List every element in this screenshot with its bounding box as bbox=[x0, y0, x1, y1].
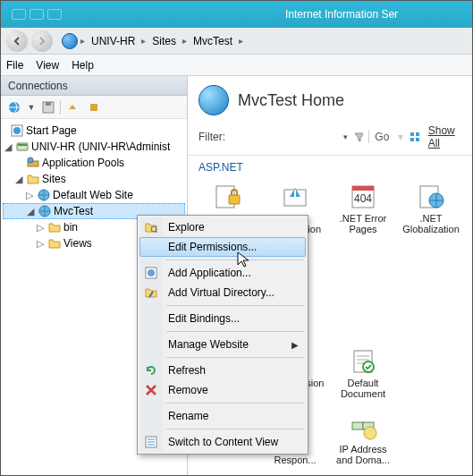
feature-net-error-pages[interactable]: 404 .NET Error Pages bbox=[331, 179, 395, 238]
refresh-icon bbox=[144, 363, 158, 378]
tree-label: Sites bbox=[42, 173, 66, 185]
tree-default-web-site[interactable]: ▷ Default Web Site bbox=[3, 187, 185, 203]
expand-icon[interactable]: ▷ bbox=[35, 222, 46, 234]
ctx-explore[interactable]: Explore bbox=[139, 217, 306, 237]
ctx-label: Manage Website bbox=[168, 338, 249, 351]
separator bbox=[166, 305, 304, 306]
ctx-edit-permissions[interactable]: Edit Permissions... bbox=[139, 237, 306, 257]
section-aspnet: ASP.NET bbox=[188, 156, 472, 175]
tree-label: Default Web Site bbox=[53, 189, 133, 201]
svg-point-39 bbox=[148, 269, 155, 276]
ctx-remove[interactable]: Remove bbox=[139, 380, 306, 400]
feature-label: Default Document bbox=[331, 378, 395, 399]
chevron-right-icon[interactable]: ▸ bbox=[239, 36, 243, 46]
menu-file[interactable]: File bbox=[6, 59, 23, 72]
page-title-area: MvcTest Home bbox=[188, 76, 472, 121]
tree-app-pools[interactable]: Application Pools bbox=[3, 155, 185, 171]
filter-input[interactable] bbox=[231, 129, 338, 145]
svg-text:404: 404 bbox=[354, 192, 372, 205]
breadcrumb-root-icon[interactable] bbox=[62, 33, 78, 49]
tree-start-page[interactable]: Start Page bbox=[3, 123, 185, 139]
filter-bar: Filter: ▾ Go ▾ Show All bbox=[188, 121, 472, 156]
ctx-label: Refresh bbox=[168, 364, 206, 377]
expand-icon[interactable]: ▷ bbox=[35, 238, 46, 250]
svg-rect-13 bbox=[416, 132, 418, 136]
feature-ip-address[interactable]: IP Address and Doma... bbox=[331, 410, 395, 469]
system-icons bbox=[12, 9, 62, 20]
ctx-label: Explore bbox=[168, 221, 205, 234]
feature-label: .NET Error Pages bbox=[331, 213, 395, 234]
collapse-icon[interactable]: ◢ bbox=[25, 206, 36, 217]
ctx-edit-bindings[interactable]: Edit Bindings... bbox=[139, 309, 306, 328]
ctx-label: Edit Permissions... bbox=[168, 241, 257, 253]
sys-icon bbox=[30, 9, 44, 20]
ctx-add-application[interactable]: Add Application... bbox=[139, 263, 306, 283]
separator bbox=[166, 357, 304, 358]
submenu-arrow-icon: ▶ bbox=[291, 340, 299, 350]
nav-back-button[interactable] bbox=[6, 30, 28, 52]
ctx-switch-content-view[interactable]: Switch to Content View bbox=[139, 432, 306, 452]
collapse-icon[interactable]: ◢ bbox=[13, 174, 24, 185]
nav-forward-button[interactable] bbox=[31, 30, 53, 52]
ctx-rename[interactable]: Rename bbox=[139, 406, 306, 426]
connect-dropdown[interactable]: ▼ bbox=[26, 98, 37, 116]
connect-button[interactable] bbox=[4, 98, 24, 116]
up-button[interactable] bbox=[63, 98, 82, 116]
separator bbox=[166, 259, 304, 260]
tree-server[interactable]: ◢ UNIV-HR (UNIV-HR\Administ bbox=[3, 139, 185, 155]
breadcrumb-mvctest[interactable]: MvcTest bbox=[190, 33, 236, 49]
chevron-right-icon[interactable]: ▸ bbox=[182, 36, 187, 46]
menu-help[interactable]: Help bbox=[72, 59, 94, 72]
stop-button[interactable] bbox=[84, 98, 104, 116]
tree-label: MvcTest bbox=[54, 205, 93, 217]
tree-label: bin bbox=[63, 221, 78, 234]
ctx-refresh[interactable]: Refresh bbox=[139, 361, 306, 380]
go-button[interactable]: Go bbox=[368, 131, 389, 143]
svg-rect-34 bbox=[352, 422, 363, 429]
svg-rect-2 bbox=[46, 102, 51, 106]
folder-icon bbox=[47, 236, 62, 251]
chevron-right-icon[interactable]: ▸ bbox=[80, 36, 85, 46]
chevron-right-icon[interactable]: ▸ bbox=[141, 36, 146, 46]
app-pools-icon bbox=[26, 156, 40, 170]
remove-icon bbox=[144, 383, 158, 397]
ctx-add-virtual-directory[interactable]: Add Virtual Directory... bbox=[139, 283, 306, 302]
feature-default-document[interactable]: Default Document bbox=[331, 344, 395, 403]
separator bbox=[166, 331, 304, 332]
connections-toolbar: ▼ bbox=[1, 96, 187, 119]
window-title: Internet Information Ser bbox=[285, 8, 398, 21]
tree-label: Start Page bbox=[26, 124, 77, 137]
collapse-icon[interactable]: ◢ bbox=[3, 141, 13, 153]
sys-icon bbox=[47, 9, 62, 20]
filter-label: Filter: bbox=[198, 131, 225, 143]
svg-rect-15 bbox=[416, 138, 418, 141]
globe-icon bbox=[198, 85, 229, 115]
connections-header: Connections bbox=[1, 76, 187, 96]
svg-point-36 bbox=[364, 427, 376, 439]
tree-sites[interactable]: ◢ Sites bbox=[3, 171, 185, 187]
feature-label: .NET Globalization bbox=[399, 213, 463, 234]
ctx-label: Add Virtual Directory... bbox=[168, 286, 275, 299]
add-app-icon bbox=[144, 266, 158, 280]
svg-point-9 bbox=[28, 157, 33, 163]
save-button[interactable] bbox=[38, 98, 58, 116]
show-all-link[interactable]: Show All bbox=[428, 124, 461, 149]
ctx-manage-website[interactable]: Manage Website ▶ bbox=[139, 335, 306, 354]
menu-view[interactable]: View bbox=[36, 59, 59, 72]
menubar: File View Help bbox=[1, 55, 472, 76]
ctx-label: Edit Bindings... bbox=[168, 312, 240, 325]
funnel-icon bbox=[353, 131, 363, 143]
page-title: MvcTest Home bbox=[238, 91, 344, 110]
content-view-icon bbox=[144, 435, 158, 449]
feature-label: IP Address and Doma... bbox=[331, 444, 395, 465]
site-icon bbox=[38, 204, 52, 218]
svg-rect-12 bbox=[410, 132, 414, 136]
feature-net-globalization[interactable]: .NET Globalization bbox=[399, 179, 463, 238]
sites-folder-icon bbox=[26, 172, 40, 186]
add-vdir-icon bbox=[144, 285, 158, 300]
breadcrumb-server[interactable]: UNIV-HR bbox=[88, 33, 139, 49]
expand-icon[interactable]: ▷ bbox=[24, 190, 35, 201]
start-page-icon bbox=[10, 123, 24, 138]
server-icon bbox=[15, 140, 30, 154]
breadcrumb-sites[interactable]: Sites bbox=[148, 33, 180, 49]
